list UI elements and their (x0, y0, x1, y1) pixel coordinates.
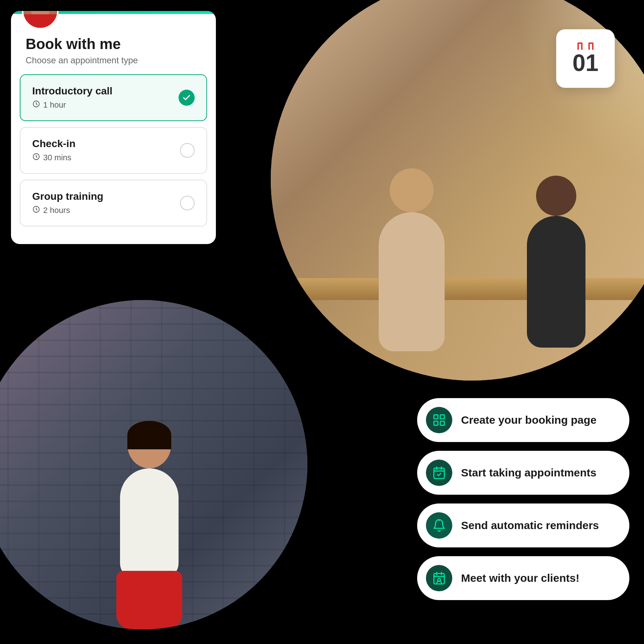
appointment-item-left-checkin: Check-in 30 mins (32, 138, 75, 163)
appointment-name-checkin: Check-in (32, 138, 75, 150)
feature-icon-reminders (426, 512, 452, 539)
features-list: Create your booking page Start taking ap… (417, 398, 629, 600)
feature-text-meet-clients: Meet with your clients! (461, 572, 579, 584)
appointment-item-introductory[interactable]: Introductory call 1 hour (20, 74, 207, 121)
fitness-photo-circle (0, 300, 307, 629)
appointment-duration-checkin: 30 mins (32, 153, 75, 163)
cal-ring-left (577, 42, 583, 50)
svg-rect-7 (434, 468, 445, 479)
svg-rect-3 (434, 415, 438, 419)
feature-icon-booking-page (426, 407, 452, 433)
clock-icon-checkin (32, 153, 40, 163)
appointment-item-left: Introductory call 1 hour (32, 85, 112, 110)
appointment-name-introductory: Introductory call (32, 85, 112, 97)
booking-title: Book with me (26, 36, 201, 52)
booking-card: Book with me Choose an appointment type … (11, 11, 216, 244)
booking-subtitle: Choose an appointment type (26, 55, 201, 65)
avatar (22, 11, 59, 29)
fitness-person (116, 421, 182, 629)
feature-text-booking-page: Create your booking page (461, 414, 596, 426)
radio-circle-group[interactable] (180, 196, 195, 210)
calendar-icon: 01 (556, 29, 615, 88)
check-circle-introductory (179, 90, 195, 106)
bottom-section: Create your booking page Start taking ap… (0, 315, 644, 644)
calendar-date: 01 (572, 51, 598, 75)
appointment-list: Introductory call 1 hour (11, 74, 216, 244)
clock-icon-introductory (32, 100, 40, 110)
appointment-name-group: Group training (32, 191, 103, 202)
svg-rect-5 (434, 421, 438, 425)
feature-card-appointments: Start taking appointments (417, 451, 629, 495)
svg-rect-6 (440, 421, 444, 425)
appointment-item-left-group: Group training 2 hours (32, 191, 103, 216)
feature-card-booking-page: Create your booking page (417, 398, 629, 442)
clock-icon-group (32, 205, 40, 216)
feature-card-meet-clients: Meet with your clients! (417, 556, 629, 600)
feature-icon-appointments (426, 460, 452, 486)
appointment-duration-group: 2 hours (32, 205, 103, 216)
feature-card-reminders: Send automatic reminders (417, 503, 629, 547)
svg-rect-4 (440, 415, 444, 419)
radio-circle-checkin[interactable] (180, 143, 195, 158)
cal-ring-right (588, 42, 594, 50)
feature-text-appointments: Start taking appointments (461, 467, 596, 479)
appointment-duration-introductory: 1 hour (32, 100, 112, 110)
feature-icon-meet-clients (426, 565, 452, 591)
appointment-item-checkin[interactable]: Check-in 30 mins (20, 127, 207, 174)
appointment-item-group[interactable]: Group training 2 hours (20, 180, 207, 226)
feature-text-reminders: Send automatic reminders (461, 519, 599, 532)
